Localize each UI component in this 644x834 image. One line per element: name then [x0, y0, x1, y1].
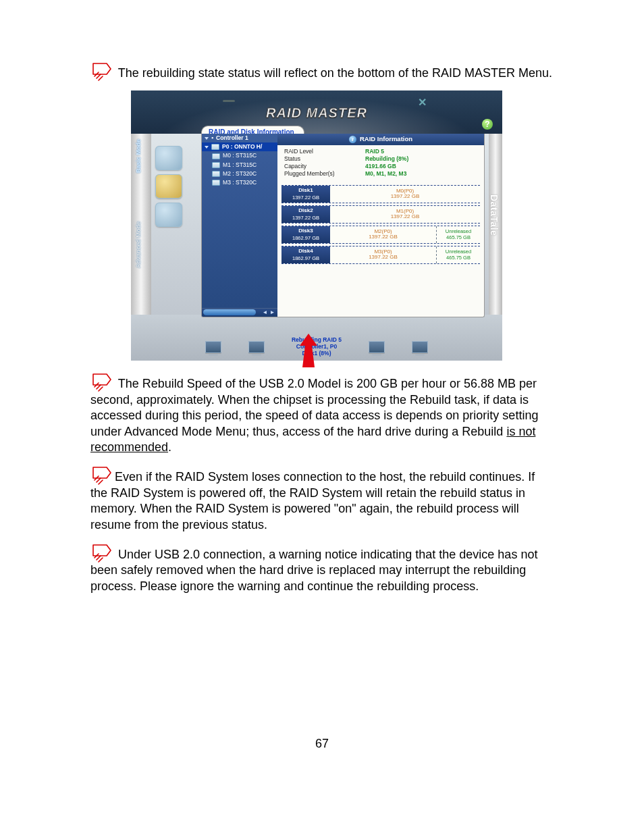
disk-row-4: Disk41862.97 GB M3(P0)1397.22 GB Unrelea…	[281, 246, 480, 264]
tool-view-icon[interactable]	[155, 203, 182, 227]
tree-m0: M0 : ST315C	[202, 151, 277, 160]
rebuild-status: Rebuilding RAID 5 Controller1, P0 Disk1 …	[292, 337, 342, 357]
right-rail: DataTale	[489, 134, 502, 315]
raid-info-header: i RAID Information	[277, 134, 484, 145]
note-1: The rebuilding state status will reflect…	[90, 61, 554, 81]
tree-scrollbar[interactable]: ◄►	[202, 308, 277, 317]
pencil-icon	[90, 542, 115, 563]
tree-m2: M2 : ST320C	[202, 170, 277, 178]
note-4: Under USB 2.0 connection, a warning noti…	[90, 542, 554, 594]
note-2-text-a: The Rebuild Speed of the USB 2.0 Model i…	[90, 377, 538, 438]
main-panel: ▪ Controller 1 P0 : ONNTO H/ M0 : ST315C…	[201, 134, 485, 317]
note-1-text: The rebuilding state status will reflect…	[118, 66, 552, 80]
note-4-text: Under USB 2.0 connection, a warning noti…	[90, 548, 537, 593]
rail-basic-mode[interactable]: Basic Mode	[135, 139, 143, 173]
brand-label: DataTale	[488, 194, 500, 236]
note-3-text: Even if the RAID System loses connection…	[90, 470, 535, 531]
rail-advanced-mode[interactable]: Advanced Mode	[135, 221, 143, 268]
pencil-icon	[90, 465, 115, 485]
disk-list: Disk11397.22 GB M0(P0)1397.22 GB Disk213…	[277, 182, 484, 264]
tool-config-icon[interactable]	[155, 174, 182, 199]
tool-disk-icon[interactable]	[155, 146, 182, 170]
pencil-icon	[90, 61, 115, 81]
close-icon[interactable]: ✕	[418, 96, 427, 110]
pencil-icon	[90, 371, 115, 392]
monitor-icon[interactable]	[369, 341, 385, 353]
bottom-thumbnails: Rebuilding RAID 5 Controller1, P0 Disk1 …	[131, 337, 502, 357]
info-icon: i	[349, 136, 356, 143]
app-title: RAID MASTER	[266, 104, 367, 122]
tree-controller: ▪ Controller 1	[202, 134, 277, 142]
disk-row-2: Disk21397.22 GB M1(P0)1397.22 GB	[281, 205, 480, 224]
note-2: The Rebuild Speed of the USB 2.0 Model i…	[90, 371, 554, 455]
tree-m3: M3 : ST320C	[202, 178, 277, 187]
monitor-icon[interactable]	[412, 341, 428, 353]
disk-row-1: Disk11397.22 GB M0(P0)1397.22 GB	[281, 185, 480, 203]
note-3: Even if the RAID System loses connection…	[90, 465, 554, 533]
device-tree[interactable]: ▪ Controller 1 P0 : ONNTO H/ M0 : ST315C…	[202, 134, 277, 317]
monitor-icon[interactable]	[248, 341, 265, 353]
raid-info-panel: i RAID Information RAID LevelRAID 5 Stat…	[277, 134, 484, 306]
disk-row-3: Disk31862.97 GB M2(P0)1397.22 GB Unrelea…	[281, 226, 480, 244]
tree-m1: M1 : ST315C	[202, 161, 277, 170]
tool-icons	[155, 142, 194, 231]
left-rail: Basic Mode Advanced Mode	[131, 134, 151, 315]
page-number: 67	[90, 736, 554, 752]
raid-master-screenshot: ✕ RAID MASTER ? Basic Mode Advanced Mode…	[131, 90, 513, 361]
tree-p0: P0 : ONNTO H/	[202, 142, 277, 151]
monitor-icon[interactable]	[205, 341, 221, 353]
minimize-icon[interactable]	[223, 100, 235, 102]
raid-info-kv: RAID LevelRAID 5 StatusRebuilding (8%) C…	[277, 145, 484, 182]
